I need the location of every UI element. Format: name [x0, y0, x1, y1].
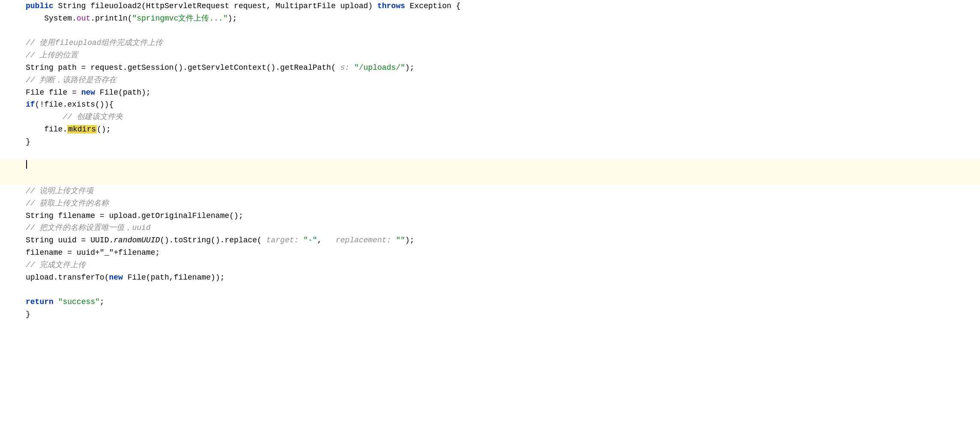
code-text: System.out.println("springmvc文件上传..."); [26, 12, 237, 25]
code-text: File file = new File(path); [26, 86, 151, 99]
code-line-24 [0, 283, 980, 296]
code-text: } [26, 308, 30, 321]
keyword-throws: throws [377, 0, 405, 12]
code-line-6: String path = request.getSession().getSe… [0, 62, 980, 74]
code-editor: public String fileuoload2(HttpServletReq… [0, 0, 980, 447]
text-cursor [26, 160, 27, 169]
code-line-3 [0, 25, 980, 37]
comment: // 创建该文件夹 [26, 111, 123, 123]
code-line-1: public String fileuoload2(HttpServletReq… [0, 0, 980, 12]
keyword-public: public [26, 0, 54, 12]
code-text: Exception { [405, 0, 461, 12]
code-line-2: System.out.println("springmvc文件上传..."); [0, 12, 980, 25]
code-line-22: // 完成文件上传 [0, 259, 980, 271]
code-line-8: File file = new File(path); [0, 86, 980, 99]
code-line-13 [0, 148, 980, 161]
code-line-15 [0, 173, 980, 185]
code-line-5: // 上传的位置 [0, 49, 980, 62]
code-text: String fileuoload2(HttpServletRequest re… [54, 0, 377, 12]
code-line-9: if(!file.exists()){ [0, 98, 980, 111]
code-text: "success"; [54, 296, 105, 308]
code-line-11: file.mkdirs(); [0, 123, 980, 136]
comment: // 获取上传文件的名称 [26, 197, 109, 210]
comment: // 完成文件上传 [26, 259, 86, 271]
code-text: filename = uuid+"_"+filename; [26, 247, 160, 259]
keyword-if: if [26, 98, 35, 111]
comment: // 使用fileupload组件完成文件上传 [26, 37, 163, 49]
code-line-19: // 把文件的名称设置唯一值，uuid [0, 222, 980, 234]
code-line-25: return "success"; [0, 296, 980, 308]
code-content: public String fileuoload2(HttpServletReq… [0, 0, 980, 447]
code-line-17: // 获取上传文件的名称 [0, 197, 980, 210]
code-line-23: upload.transferTo(new File(path,filename… [0, 271, 980, 284]
comment: // 说明上传文件项 [26, 185, 93, 197]
code-text: String filename = upload.getOriginalFile… [26, 210, 243, 222]
code-text: upload.transferTo(new File(path,filename… [26, 271, 224, 284]
code-line-21: filename = uuid+"_"+filename; [0, 247, 980, 259]
code-line-14 [0, 160, 980, 173]
code-text: String path = request.getSession().getSe… [26, 62, 414, 74]
comment: // 把文件的名称设置唯一值，uuid [26, 222, 151, 234]
code-text: String uuid = UUID.randomUUID().toString… [26, 234, 414, 247]
code-line-16: // 说明上传文件项 [0, 185, 980, 197]
code-line-18: String filename = upload.getOriginalFile… [0, 210, 980, 222]
code-line-7: // 判断，该路径是否存在 [0, 74, 980, 86]
comment: // 上传的位置 [26, 49, 78, 62]
keyword-return: return [26, 296, 54, 308]
code-text: file.mkdirs(); [26, 123, 111, 136]
code-line-4: // 使用fileupload组件完成文件上传 [0, 37, 980, 49]
code-line-26: } [0, 308, 980, 321]
code-line-20: String uuid = UUID.randomUUID().toString… [0, 234, 980, 247]
code-text: (!file.exists()){ [35, 98, 114, 111]
code-line-10: // 创建该文件夹 [0, 111, 980, 123]
code-text: } [26, 136, 30, 148]
comment: // 判断，该路径是否存在 [26, 74, 117, 86]
code-line-12: } [0, 136, 980, 148]
